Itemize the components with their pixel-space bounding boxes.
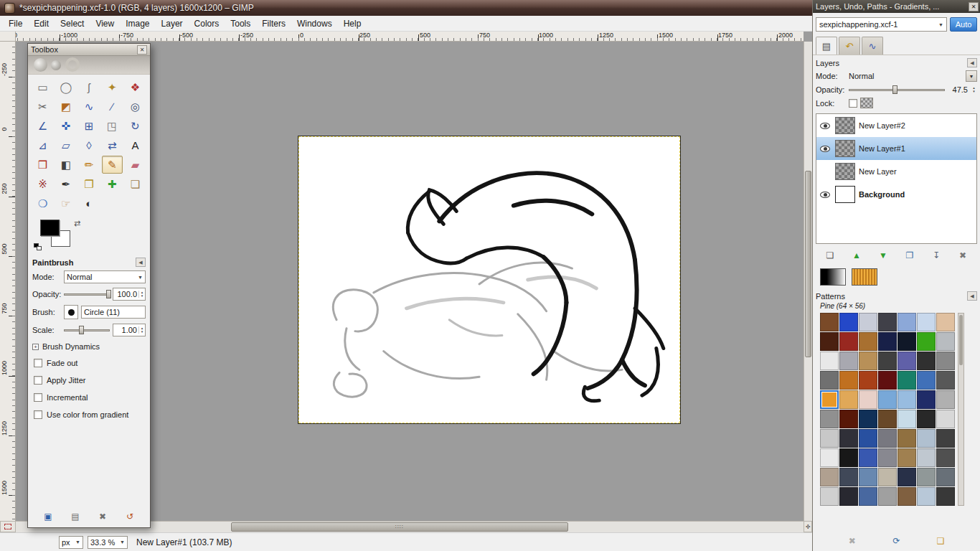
menu-layer[interactable]: Layer [156, 16, 189, 31]
save-tool-options-button[interactable]: ▣ [39, 509, 57, 523]
pattern-cell[interactable] [936, 410, 955, 428]
pattern-cell[interactable] [859, 332, 877, 351]
menu-edit[interactable]: Edit [28, 16, 55, 31]
zoom-select[interactable]: 33.3 % ▼ [88, 536, 128, 549]
open-pattern-button[interactable]: ❑ [932, 534, 949, 547]
duplicate-layer-button[interactable]: ❐ [901, 248, 918, 262]
pattern-cell[interactable] [917, 410, 936, 428]
raise-layer-button[interactable]: ▲ [848, 248, 865, 262]
tool-eraser-icon[interactable]: ▰ [125, 156, 146, 174]
spinner-arrows-icon[interactable]: ▴▾ [971, 86, 977, 93]
refresh-patterns-button[interactable]: ⟳ [887, 534, 905, 547]
tool-clone-icon[interactable]: ❐ [78, 175, 99, 193]
unit-select[interactable]: px ▼ [59, 536, 83, 549]
pattern-cell[interactable] [936, 313, 955, 331]
pattern-cell[interactable] [878, 410, 897, 428]
pattern-cell[interactable] [936, 429, 955, 448]
pattern-cell[interactable] [839, 468, 858, 486]
tool-rectangle-select-icon[interactable]: ▭ [32, 78, 53, 96]
dock-titlebar[interactable]: Layers, Undo, Paths - Gradients, ... ✕ [813, 0, 980, 13]
pattern-cell[interactable] [878, 468, 897, 486]
collapse-icon[interactable]: ◀ [967, 291, 977, 301]
active-pattern-swatch[interactable] [852, 268, 877, 286]
layer-row[interactable]: New Layer#2 [816, 114, 976, 137]
new-layer-button[interactable]: ❏ [821, 248, 839, 262]
tool-shear-icon[interactable]: ▱ [55, 136, 76, 154]
menu-select[interactable]: Select [55, 16, 90, 31]
pattern-cell[interactable] [839, 487, 858, 506]
pattern-cell[interactable] [917, 429, 936, 448]
navigation-button[interactable]: ✜ [804, 521, 812, 532]
brush-dynamics-expander[interactable]: + Brush Dynamics [28, 339, 150, 354]
pattern-cell[interactable] [878, 313, 897, 331]
pattern-cell[interactable] [897, 410, 916, 428]
pattern-cell[interactable] [936, 332, 955, 351]
lower-layer-button[interactable]: ▼ [875, 248, 892, 262]
tool-free-select-icon[interactable]: ʃ [78, 78, 99, 96]
pattern-cell[interactable] [820, 352, 839, 370]
pattern-cell[interactable] [839, 429, 858, 448]
pattern-cell[interactable] [878, 332, 897, 351]
patterns-scroll-thumb[interactable] [959, 315, 963, 365]
menu-filters[interactable]: Filters [256, 16, 291, 31]
quick-mask-toggle[interactable] [0, 521, 16, 532]
tool-ellipse-select-icon[interactable]: ◯ [55, 78, 76, 96]
tool-perspective-icon[interactable]: ◊ [78, 136, 99, 154]
pattern-cell[interactable] [878, 429, 897, 448]
tool-rotate-icon[interactable]: ↻ [125, 117, 146, 135]
toolbox-titlebar[interactable]: Toolbox ✕ [28, 44, 150, 56]
pattern-cell[interactable] [897, 352, 916, 370]
layer-row[interactable]: New Layer [816, 160, 976, 183]
option-use-color-from-gradient[interactable]: Use color from gradient [28, 406, 150, 423]
active-gradient-swatch[interactable] [820, 268, 846, 286]
pattern-cell[interactable] [897, 448, 916, 467]
pattern-cell[interactable] [936, 371, 955, 390]
visibility-toggle[interactable] [819, 123, 831, 129]
tool-crop-icon[interactable]: ◳ [102, 117, 123, 135]
vertical-ruler[interactable]: -2500250500750100012501500 [0, 42, 16, 521]
paint-mode-select[interactable]: Normal ▼ [64, 270, 146, 283]
opacity-spinbox[interactable]: 100.0 ▴▾ [113, 288, 146, 301]
lock-alpha-toggle[interactable] [860, 98, 873, 108]
pattern-cell[interactable] [859, 468, 877, 486]
tool-ink-icon[interactable]: ✒ [55, 175, 76, 193]
delete-layer-button[interactable]: ✖ [954, 248, 971, 262]
horizontal-scroll-thumb[interactable] [231, 522, 568, 532]
canvas-vertical-scrollbar[interactable] [804, 42, 812, 521]
tool-align-icon[interactable]: ⊞ [78, 117, 99, 135]
tool-text-icon[interactable]: A [125, 136, 146, 154]
pattern-cell[interactable] [820, 487, 839, 506]
tool-fuzzy-select-icon[interactable]: ✦ [102, 78, 123, 96]
pattern-cell[interactable] [936, 487, 955, 506]
tool-gradient-icon[interactable]: ◧ [55, 156, 76, 174]
close-icon[interactable]: ✕ [137, 45, 147, 55]
pattern-cell[interactable] [897, 371, 916, 390]
pattern-cell[interactable] [820, 448, 839, 467]
pattern-cell[interactable] [839, 390, 858, 409]
pattern-cell[interactable] [820, 429, 839, 448]
pattern-cell[interactable] [859, 410, 877, 428]
tool-blur-sharpen-icon[interactable]: ❍ [32, 194, 53, 212]
tool-scale-slider[interactable] [64, 325, 110, 335]
slider-handle[interactable] [106, 290, 111, 298]
expand-plus-icon[interactable]: + [32, 344, 39, 350]
tool-paths-icon[interactable]: ∿ [78, 98, 99, 116]
pattern-cell[interactable] [878, 371, 897, 390]
pattern-cell[interactable] [839, 448, 858, 467]
pattern-cell[interactable] [917, 332, 936, 351]
option-incremental[interactable]: Incremental [28, 389, 150, 406]
tool-pencil-icon[interactable]: ✏ [78, 156, 99, 174]
tool-foreground-select-icon[interactable]: ◩ [55, 98, 76, 116]
spinner-arrows-icon[interactable]: ▴▾ [138, 326, 145, 334]
tool-color-picker-icon[interactable]: ∕ [102, 98, 123, 116]
option-fade-out[interactable]: Fade out [28, 354, 150, 372]
pattern-cell[interactable] [917, 371, 936, 390]
tool-dodge-burn-icon[interactable]: ◐ [78, 194, 99, 212]
checkbox-icon[interactable] [34, 393, 42, 402]
pattern-cell[interactable] [936, 448, 955, 467]
pattern-cell[interactable] [839, 332, 858, 351]
pattern-cell[interactable] [917, 352, 936, 370]
pattern-cell[interactable] [878, 487, 897, 506]
layer-mode-select[interactable]: ▼ [966, 70, 977, 82]
restore-tool-options-button[interactable]: ▤ [67, 509, 84, 523]
